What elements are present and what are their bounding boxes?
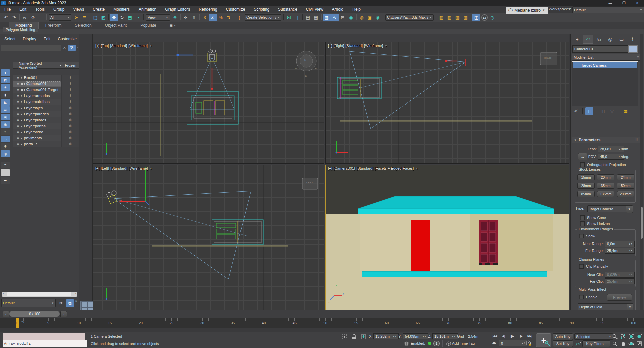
menu-help[interactable]: Help [348, 6, 365, 13]
list-item[interactable]: ◉●Layer:vidro✻ [13, 129, 79, 135]
filter-bones-icon[interactable]: ⌁ [1, 128, 10, 135]
percent-snap-icon[interactable]: % [217, 14, 225, 21]
set-keys-button[interactable]: + [536, 333, 551, 347]
pan-icon[interactable] [619, 340, 627, 347]
spinner-icon[interactable]: ▲▼ [452, 336, 456, 337]
frozen-cell[interactable]: ✻ [61, 135, 79, 141]
ribbon-tab-selection[interactable]: Selection [68, 22, 98, 29]
menu-customize[interactable]: Customize [222, 6, 250, 13]
hierarchy-mode-icon[interactable]: ⧉ [66, 299, 74, 307]
ribbon-tab-object-paint[interactable]: Object Paint [98, 22, 133, 29]
lens-field[interactable]: 28,681▲▼ [598, 146, 624, 152]
explorer-menu-display[interactable]: Display [19, 37, 40, 41]
filter-lights-icon[interactable]: ✦ [1, 84, 10, 91]
menu-substance[interactable]: Substance [274, 6, 302, 13]
camera-type-dropdown[interactable]: Target Camera [587, 205, 628, 212]
pin-stack-icon[interactable]: ✐ [572, 107, 580, 115]
utilities-tab-icon[interactable]: ⌇ [627, 35, 638, 44]
align-icon[interactable]: ∥ [293, 14, 301, 21]
ribbon-overflow-icon[interactable]: ▣▼ [163, 22, 183, 29]
selection-set-dropdown[interactable]: Selected▼ [574, 333, 613, 340]
viewport-right-label[interactable]: [+][Right][Standard][Wireframe]▼ [328, 44, 388, 48]
frozen-cell[interactable]: ✻ [61, 105, 79, 111]
viewport-camera-label[interactable]: [+][Camera001][Standard][Facets + Edged … [328, 166, 418, 170]
menu-arnold[interactable]: Arnold [328, 6, 348, 13]
column-name[interactable]: Name (Sorted Ascending) [13, 61, 57, 69]
window-crossing-icon[interactable]: ◩ [99, 14, 107, 21]
viewcube-left-face[interactable]: LEFT [306, 181, 313, 184]
frozen-cell[interactable]: ✻ [61, 75, 79, 81]
filter-helpers-icon[interactable]: ◣ [1, 99, 10, 106]
selection-lock-icon[interactable] [350, 333, 358, 340]
spinner-icon[interactable]: ▲▼ [629, 243, 633, 245]
restore-button[interactable]: ❐ [617, 0, 631, 6]
absolute-offset-toggle-icon[interactable] [360, 333, 367, 340]
track-bar-ruler[interactable]: ≡∿ 0510152025303540455055606570758085909… [0, 318, 644, 328]
stock-lens-button-20mm[interactable]: 20mm [597, 174, 614, 180]
frozen-cell[interactable]: ✻ [61, 117, 79, 123]
mirror-icon[interactable]: ⋈ [285, 14, 293, 21]
eye-icon[interactable]: ◉ [17, 82, 19, 85]
camera-type-dropdown-arrow[interactable]: ▼ [626, 205, 633, 213]
viewport-left-label[interactable]: [+][Left][Standard][Wireframe]▼ [95, 166, 153, 170]
filter-objects-icon[interactable]: ● [1, 69, 10, 76]
filter-containers-icon[interactable]: ▭ [1, 136, 10, 142]
menu-tools[interactable]: Tools [31, 6, 49, 13]
maxscript-listener-pink[interactable] [3, 333, 85, 340]
list-item[interactable]: ◉●Layer:paredes✻ [13, 111, 79, 117]
select-by-name-icon[interactable]: ≣ [80, 14, 89, 21]
toggle-layer-explorer-icon[interactable]: ▦ [312, 14, 320, 21]
list-item[interactable]: ◉●pavimento✻ [13, 135, 79, 141]
menu-create[interactable]: Create [88, 6, 109, 13]
display-tab-icon[interactable]: ▭ [616, 35, 627, 44]
viewport-top[interactable]: [+][Top][Standard][Wireframe]▼ N W E S [93, 42, 324, 164]
keyboard-override-icon[interactable]: ⇧ [190, 14, 198, 21]
open-asset-icon[interactable]: ▥ [445, 14, 453, 21]
frozen-cell[interactable]: ✻ [61, 81, 79, 87]
stock-lens-button-135mm[interactable]: 135mm [597, 191, 614, 197]
viewport-camera[interactable]: [+][Camera001][Standard][Facets + Edged … [325, 165, 570, 310]
ribbon-tab-populate[interactable]: Populate [133, 22, 163, 29]
show-cone-checkbox[interactable]: Show Cone [580, 215, 606, 220]
time-configuration-icon[interactable] [525, 340, 532, 346]
filter-space-warps-icon[interactable]: ≋ [1, 106, 10, 113]
toggle-scene-explorer-icon[interactable]: ▤ [304, 14, 312, 21]
zoom-extents-all-icon[interactable] [635, 333, 643, 340]
explorer-h-scrollbar[interactable]: ‹ › [2, 292, 77, 297]
column-frozen[interactable]: Frozen [62, 62, 79, 68]
filter-groups-icon[interactable]: ▣ [1, 114, 10, 120]
zoom-extents-icon[interactable] [627, 333, 635, 340]
eye-icon[interactable]: ◉ [17, 130, 19, 134]
view-list-icon[interactable]: ≡ [1, 162, 10, 168]
stock-lens-button-15mm[interactable]: 15mm [577, 174, 595, 180]
overflow-chevron-icon[interactable]: » [75, 299, 77, 303]
list-item[interactable]: ◉●Layer:armarios✻ [13, 93, 79, 99]
motion-tab-icon[interactable]: ◎ [605, 35, 615, 44]
modifier-stack-item[interactable]: Target Camera [573, 62, 637, 68]
named-selection-dropdown[interactable]: Create Selection Se▼ [245, 14, 281, 21]
redo-icon[interactable]: ↷ [10, 14, 18, 21]
scrollbar-thumb[interactable] [641, 207, 643, 239]
user-account-menu[interactable]: ◯ Mebiane Izidro ▼ [506, 7, 548, 14]
minimize-button[interactable]: — [604, 0, 617, 6]
bind-to-space-warp-icon[interactable]: ≈ [37, 14, 45, 21]
rectangular-selection-region-icon[interactable]: ⬚ [91, 14, 99, 21]
spinner-snap-icon[interactable]: ⇅ [225, 14, 233, 21]
time-slider[interactable]: 0 / 100 [9, 311, 60, 317]
stock-lens-button-24mm[interactable]: 24mm [617, 174, 634, 180]
modifier-list-dropdown[interactable]: Modifier List▼ [572, 54, 641, 61]
auto-key-button[interactable]: Auto Key [553, 333, 573, 340]
make-unique-icon[interactable]: ◫ [599, 107, 607, 115]
eye-icon[interactable]: ◉ [17, 76, 19, 79]
modifier-stack[interactable]: Target Camera [572, 61, 638, 106]
select-and-place-icon[interactable]: ◔ [134, 14, 142, 21]
hierarchy-tab-icon[interactable]: ⧉ [594, 35, 604, 44]
render-setup-icon[interactable]: ◍ [358, 14, 366, 21]
explorer-menu-select[interactable]: Select [1, 37, 19, 41]
spinner-icon[interactable]: ▲▼ [629, 250, 633, 252]
adaptive-degradation-shield-icon[interactable] [402, 340, 410, 347]
eye-icon[interactable]: ◉ [17, 142, 19, 146]
compass-south-label[interactable]: S [305, 74, 307, 77]
render-production-icon[interactable]: ◉ [374, 14, 382, 21]
menu-civil-view[interactable]: Civil View [302, 6, 328, 13]
